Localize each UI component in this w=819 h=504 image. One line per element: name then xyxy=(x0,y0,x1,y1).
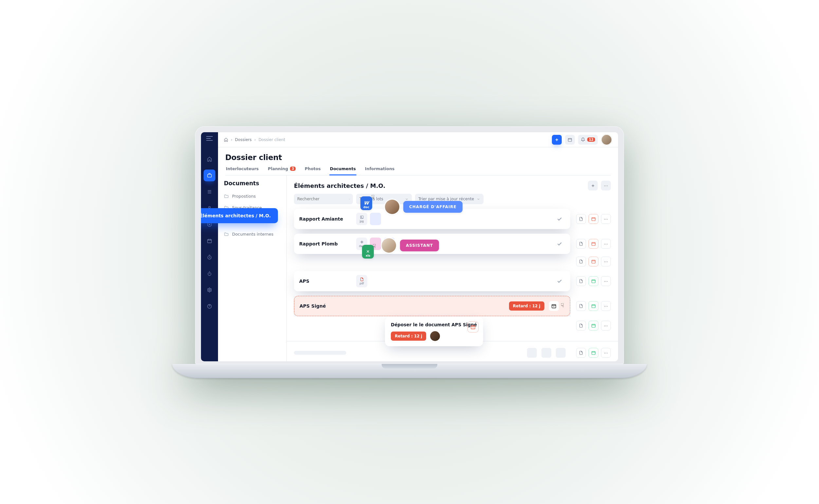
folder-elements-architectes[interactable]: Éléments architectes / M.O. xyxy=(201,208,278,223)
row-more-button[interactable]: ⋯ xyxy=(601,301,611,311)
dragging-file-doc: W doc xyxy=(360,196,372,210)
document-row: Rapport Plomb dwg xyxy=(294,234,611,254)
rail-home[interactable] xyxy=(204,153,215,165)
row-file-button[interactable] xyxy=(576,276,586,286)
late-badge: Retard : 12 j xyxy=(391,332,426,341)
role-charge-badge: CHARGÉ D'AFFAIRE xyxy=(385,200,463,214)
tab-informations[interactable]: Informations xyxy=(364,166,395,175)
avatar xyxy=(430,331,440,341)
top-bar: › Dossiers › Dossier client xyxy=(218,132,618,147)
page-tabs: Interlocuteurs Planning 3 Photos Documen… xyxy=(225,166,611,175)
row-more-button[interactable]: ⋯ xyxy=(601,257,611,266)
rail-help[interactable] xyxy=(204,300,215,312)
add-element-button[interactable] xyxy=(588,181,598,190)
notification-count-badge: 12 xyxy=(587,137,595,142)
rail-calendar[interactable] xyxy=(204,235,215,247)
svg-rect-3 xyxy=(208,239,211,243)
row-calendar-button[interactable] xyxy=(589,257,598,266)
calendar-button[interactable] xyxy=(565,135,575,145)
svg-rect-14 xyxy=(592,260,595,263)
app-root: › Dossiers › Dossier client xyxy=(201,132,618,361)
rail-settings[interactable] xyxy=(204,284,215,296)
file-thumb-empty[interactable] xyxy=(370,213,381,225)
row-file-button[interactable] xyxy=(576,239,586,249)
row-calendar-button[interactable] xyxy=(589,348,598,358)
home-icon[interactable] xyxy=(224,137,228,142)
svg-rect-18 xyxy=(592,324,595,327)
folder-internes[interactable]: Documents internes xyxy=(218,228,286,240)
status-done-icon xyxy=(554,276,565,287)
avatar xyxy=(382,238,396,253)
planning-count-badge: 3 xyxy=(290,167,296,171)
svg-rect-17 xyxy=(592,305,595,308)
menu-toggle-button[interactable] xyxy=(206,136,213,141)
row-file-button[interactable] xyxy=(576,214,586,224)
row-more-button[interactable]: ⋯ xyxy=(601,348,611,358)
svg-rect-13 xyxy=(592,243,595,245)
svg-point-6 xyxy=(209,289,210,291)
page-header: Dossier client Interlocuteurs Planning 3… xyxy=(218,147,618,175)
status-done-icon xyxy=(554,238,565,249)
row-calendar-button[interactable] xyxy=(589,321,598,331)
folder-icon xyxy=(224,194,229,199)
row-more-button[interactable]: ⋯ xyxy=(601,321,611,331)
laptop-frame: › Dossiers › Dossier client xyxy=(195,126,624,378)
document-card[interactable]: APS pdf xyxy=(294,271,570,291)
row-file-button[interactable] xyxy=(576,348,586,358)
rail-timer[interactable] xyxy=(204,268,215,279)
dragging-file-xls: ✕ xls xyxy=(362,245,374,259)
document-name: Rapport Amiante xyxy=(299,216,352,222)
document-card-late[interactable]: APS Signé Retard : 12 j ☟ xyxy=(294,296,570,316)
rail-dossiers[interactable] xyxy=(204,170,215,181)
row-more-button[interactable]: ⋯ xyxy=(601,214,611,224)
row-more-button[interactable]: ⋯ xyxy=(601,239,611,249)
calendar-alert-icon[interactable] xyxy=(549,301,559,311)
popover-title: Déposer le le document APS Signé xyxy=(391,322,477,327)
role-label: ASSISTANT xyxy=(400,240,439,251)
sidebar-title: Documents xyxy=(224,180,281,187)
rail-time[interactable] xyxy=(204,251,215,263)
svg-point-11 xyxy=(361,216,361,217)
laptop-base xyxy=(172,364,647,378)
page-title: Dossier client xyxy=(225,153,611,162)
svg-point-9 xyxy=(349,199,349,199)
tab-planning[interactable]: Planning 3 xyxy=(267,166,296,175)
svg-rect-19 xyxy=(592,351,595,354)
current-user-avatar[interactable] xyxy=(601,134,612,145)
row-file-button[interactable] xyxy=(576,301,586,311)
calendar-alert-icon xyxy=(467,321,479,333)
tab-interlocuteurs[interactable]: Interlocuteurs xyxy=(225,166,259,175)
file-thumb-jpg[interactable]: jpg xyxy=(356,213,367,225)
row-calendar-button[interactable] xyxy=(589,239,598,249)
row-file-button[interactable] xyxy=(576,257,586,266)
document-name: APS xyxy=(299,279,352,284)
row-calendar-button[interactable] xyxy=(589,214,598,224)
file-thumb-pdf[interactable]: pdf xyxy=(356,275,367,287)
svg-rect-15 xyxy=(592,280,595,283)
add-button[interactable] xyxy=(552,135,562,145)
avatar xyxy=(385,200,399,214)
breadcrumb: › Dossiers › Dossier client xyxy=(224,137,285,142)
status-done-icon xyxy=(554,213,565,225)
rail-list[interactable] xyxy=(204,186,215,198)
row-calendar-button[interactable] xyxy=(589,276,598,286)
chevron-right-icon: › xyxy=(254,137,256,142)
row-more-button[interactable]: ⋯ xyxy=(601,276,611,286)
document-row: APS Signé Retard : 12 j ☟ xyxy=(294,296,611,316)
document-row: APS pdf xyxy=(294,271,611,291)
tab-photos[interactable]: Photos xyxy=(304,166,321,175)
folder-icon xyxy=(224,232,229,237)
svg-point-5 xyxy=(208,273,211,276)
tab-documents[interactable]: Documents xyxy=(329,166,356,175)
documents-list: Rapport Amiante jpg xyxy=(287,209,618,361)
row-calendar-button[interactable] xyxy=(589,301,598,311)
role-label: CHARGÉ D'AFFAIRE xyxy=(403,201,463,213)
row-file-button[interactable] xyxy=(576,321,586,331)
nav-rail xyxy=(201,132,218,361)
notifications-button[interactable]: 12 xyxy=(578,135,598,145)
folder-propositions[interactable]: Propostions xyxy=(218,190,286,202)
document-name: APS Signé xyxy=(300,303,352,309)
more-actions-button[interactable]: ⋯ xyxy=(601,181,611,190)
search-input[interactable] xyxy=(294,194,353,204)
breadcrumb-dossiers[interactable]: Dossiers xyxy=(235,137,252,142)
